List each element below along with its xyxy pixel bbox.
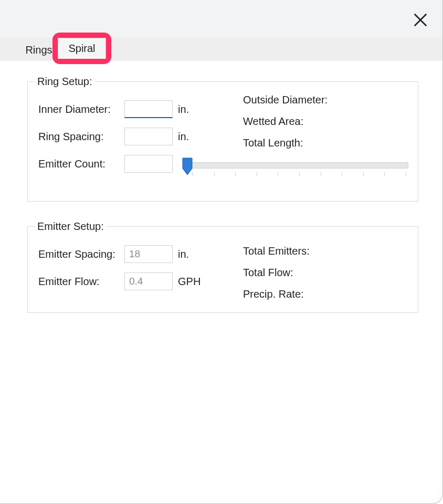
slider-thumb-icon[interactable]: [181, 157, 194, 176]
emitter-spacing-unit: in.: [178, 248, 189, 260]
inner-diameter-unit: in.: [178, 103, 189, 116]
total-length-label: Total Length:: [243, 137, 413, 149]
emitter-count-slider[interactable]: [181, 157, 408, 182]
total-emitters-label: Total Emitters:: [243, 245, 413, 257]
tab-rings[interactable]: Rings: [23, 39, 55, 61]
tabstrip: Rings Spiral: [0, 38, 442, 61]
emitter-flow-label: Emitter Flow:: [38, 276, 124, 288]
emitter-flow-unit: GPH: [178, 276, 201, 288]
ring-spacing-label: Ring Spacing:: [38, 131, 124, 143]
ring-setup-legend: Ring Setup:: [35, 76, 94, 88]
emitter-setup-legend: Emitter Setup:: [35, 220, 106, 233]
tab-spiral[interactable]: Spiral: [58, 38, 106, 59]
tab-spiral-highlight: Spiral: [52, 33, 111, 64]
tab-rings-label: Rings: [25, 44, 52, 56]
emitter-setup-group: Emitter Setup: Emitter Spacing: in. Emit…: [27, 220, 418, 313]
inner-diameter-label: Inner Diameter:: [38, 103, 124, 116]
inner-diameter-input[interactable]: [124, 100, 173, 118]
outside-diameter-label: Outside Diameter:: [243, 94, 413, 106]
ring-setup-group: Ring Setup: Inner Diameter: in. Ring Spa…: [27, 76, 418, 202]
tab-spiral-label: Spiral: [68, 43, 95, 55]
total-flow-label: Total Flow:: [243, 267, 413, 279]
emitter-spacing-input[interactable]: [124, 245, 173, 263]
emitter-spacing-label: Emitter Spacing:: [38, 248, 124, 260]
emitter-setup-stats: Total Emitters: Total Flow: Precip. Rate…: [243, 242, 413, 310]
emitter-count-label: Emitter Count:: [38, 158, 124, 170]
wetted-area-label: Wetted Area:: [243, 116, 413, 128]
ring-spacing-unit: in.: [178, 131, 189, 143]
dialog-window: Rings Spiral Ring Setup: Inner Diameter:…: [0, 0, 443, 504]
tab-content: Ring Setup: Inner Diameter: in. Ring Spa…: [19, 76, 427, 497]
close-icon[interactable]: [413, 13, 428, 27]
slider-ticks: [193, 172, 406, 177]
ring-spacing-input[interactable]: [124, 128, 173, 145]
slider-track: [191, 162, 408, 169]
emitter-flow-input[interactable]: [124, 272, 173, 290]
emitter-count-input[interactable]: [124, 155, 173, 173]
ring-setup-stats: Outside Diameter: Wetted Area: Total Len…: [243, 91, 413, 159]
precip-rate-label: Precip. Rate:: [243, 288, 413, 300]
